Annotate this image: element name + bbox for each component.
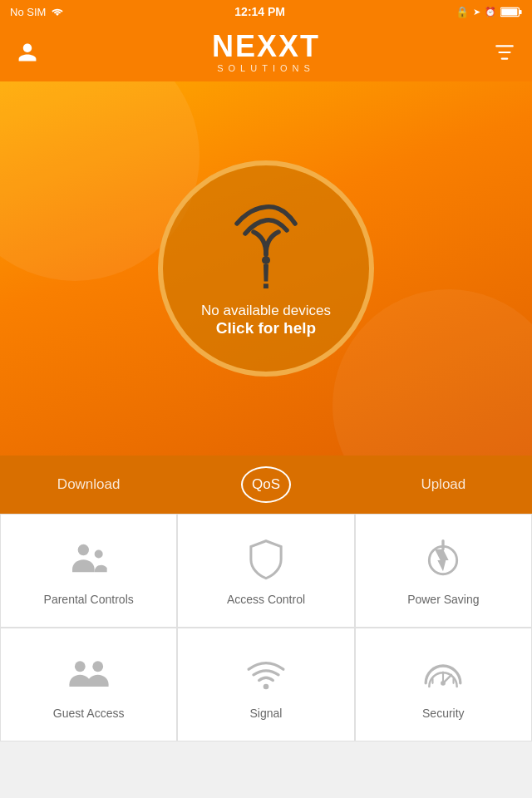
power-saving-label: Power Saving [407, 593, 479, 606]
grid-item-security[interactable]: Security [355, 628, 532, 741]
grid-item-signal[interactable]: Signal [177, 628, 354, 741]
signal-wifi-icon [245, 653, 287, 695]
grid-item-guest-access[interactable]: Guest Access [0, 628, 177, 741]
top-nav: NEXXT SOLUTIONS [0, 23, 532, 81]
logo-subtitle: SOLUTIONS [38, 63, 494, 73]
svg-point-10 [264, 684, 269, 690]
no-device-circle[interactable]: ! No available devices Click for help [158, 160, 374, 377]
status-bar-left: No SIM [10, 6, 64, 18]
svg-point-8 [75, 661, 86, 672]
guests-icon [68, 653, 110, 695]
tab-upload[interactable]: Upload [355, 476, 532, 493]
parental-controls-label: Parental Controls [44, 593, 134, 606]
tab-bar: Download QoS Upload [0, 456, 532, 514]
tab-upload-label: Upload [421, 476, 466, 492]
tab-qos-circle: QoS [241, 466, 291, 503]
user-icon[interactable] [17, 42, 38, 63]
svg-point-5 [94, 550, 102, 559]
status-bar: No SIM 12:14 PM 🔒 ➤ ⏰ [0, 0, 532, 23]
parental-icon [68, 539, 110, 581]
hero-section[interactable]: ! No available devices Click for help [0, 81, 532, 456]
grid-item-parental-controls[interactable]: Parental Controls [0, 514, 177, 628]
grid-item-access-control[interactable]: Access Control [177, 514, 354, 628]
status-bar-right: 🔒 ➤ ⏰ [456, 6, 522, 18]
battery-icon [500, 7, 522, 17]
carrier-label: No SIM [10, 6, 46, 18]
alarm-icon: ⏰ [485, 7, 496, 17]
tab-download[interactable]: Download [0, 476, 177, 493]
guest-access-label: Guest Access [53, 707, 125, 720]
tab-qos[interactable]: QoS [177, 466, 354, 503]
tab-download-label: Download [57, 476, 121, 492]
feature-grid: Parental Controls Access Control Power S… [0, 514, 532, 741]
shield-icon [245, 539, 287, 581]
svg-rect-1 [520, 9, 522, 13]
location-icon: ➤ [473, 7, 480, 17]
svg-point-9 [92, 661, 103, 672]
tab-qos-label: QoS [252, 476, 280, 493]
svg-point-15 [441, 681, 446, 686]
svg-point-4 [77, 544, 88, 555]
no-device-line1: No available devices [201, 303, 331, 319]
power-saving-icon [422, 539, 464, 581]
logo-text: NEXXT [38, 32, 494, 62]
no-device-line2: Click for help [201, 319, 331, 337]
access-control-label: Access Control [227, 593, 305, 606]
no-device-text: No available devices Click for help [201, 303, 331, 337]
signal-label: Signal [250, 707, 283, 720]
security-label: Security [422, 707, 465, 720]
filter-icon[interactable] [494, 42, 515, 63]
wifi-signal-icon [51, 7, 64, 17]
speedometer-icon [422, 653, 464, 695]
wifi-exclaim-icon: ! [229, 200, 303, 294]
lock-icon: 🔒 [456, 6, 469, 18]
grid-item-power-saving[interactable]: Power Saving [355, 514, 532, 628]
status-bar-time: 12:14 PM [234, 5, 285, 18]
app-logo: NEXXT SOLUTIONS [38, 32, 494, 73]
svg-rect-2 [501, 8, 517, 15]
